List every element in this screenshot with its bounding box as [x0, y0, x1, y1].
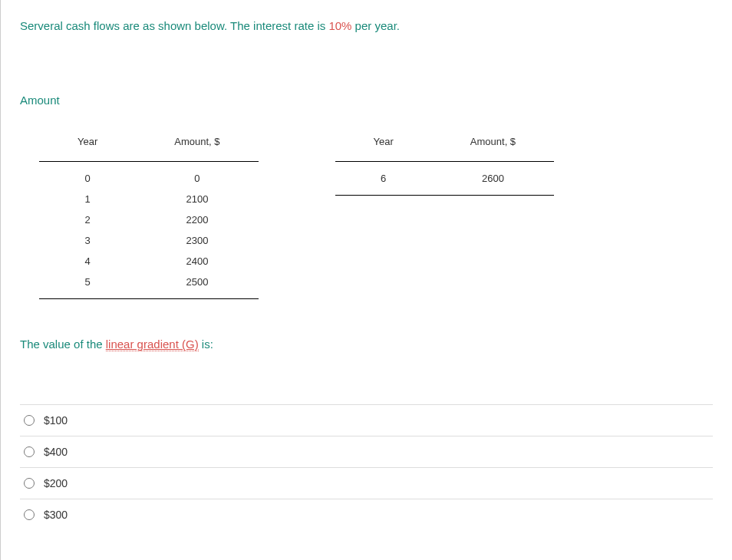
table-cell-amount: 2400 — [136, 251, 258, 272]
answer-label: $400 — [44, 446, 68, 458]
table-row-spacer — [335, 237, 555, 258]
table-header-year: Year — [335, 130, 432, 162]
answer-options: $100 $400 $200 $300 — [20, 404, 713, 530]
table-header-amount: Amount, $ — [432, 130, 554, 162]
table-row: 4 2400 — [39, 251, 259, 272]
question-prefix: The value of the — [20, 338, 106, 351]
cashflow-table-left: Year Amount, $ 0 0 1 2100 2 2200 3 2300 — [39, 130, 259, 299]
table-row: 5 2500 — [39, 272, 259, 299]
table-header-year: Year — [39, 130, 136, 162]
table-cell-year: 0 — [39, 162, 136, 189]
table-cell-year: 4 — [39, 251, 136, 272]
answer-label: $100 — [44, 414, 68, 427]
section-label: Amount — [20, 94, 713, 107]
table-cell-amount: 2500 — [136, 272, 258, 299]
table-header-amount: Amount, $ — [136, 130, 258, 162]
intro-rate: 10% — [328, 19, 351, 32]
table-cell-year: 3 — [39, 230, 136, 251]
table-cell-year: 5 — [39, 272, 136, 299]
answer-radio[interactable] — [24, 446, 35, 457]
question-intro: Serveral cash flows are as shown below. … — [20, 19, 713, 32]
answer-radio[interactable] — [24, 509, 35, 520]
table-cell-year: 2 — [39, 209, 136, 230]
table-row-spacer — [335, 258, 555, 278]
answer-option[interactable]: $100 — [20, 405, 713, 436]
answer-option[interactable]: $200 — [20, 468, 713, 499]
answer-option[interactable]: $300 — [20, 499, 713, 530]
answer-option[interactable]: $400 — [20, 436, 713, 468]
answer-radio[interactable] — [24, 478, 35, 489]
table-row-spacer — [335, 278, 555, 299]
linear-gradient-link[interactable]: linear gradient (G) — [106, 338, 199, 351]
table-cell-amount: 2100 — [136, 189, 258, 209]
table-cell-amount: 2300 — [136, 230, 258, 251]
table-row: 6 2600 — [335, 162, 555, 196]
question-suffix: is: — [199, 338, 213, 351]
table-cell-year: 1 — [39, 189, 136, 209]
table-row: 1 2100 — [39, 189, 259, 209]
question-text: The value of the linear gradient (G) is: — [20, 338, 713, 351]
intro-suffix: per year. — [351, 19, 400, 32]
answer-label: $300 — [44, 509, 68, 521]
table-row: 0 0 — [39, 162, 259, 189]
intro-prefix: Serveral cash flows are as shown below. … — [20, 19, 328, 32]
table-row: 2 2200 — [39, 209, 259, 230]
table-row-spacer — [335, 216, 555, 237]
tables-wrapper: Year Amount, $ 0 0 1 2100 2 2200 3 2300 — [39, 130, 713, 299]
answer-label: $200 — [44, 477, 68, 489]
answer-radio[interactable] — [24, 415, 35, 426]
table-cell-amount: 0 — [136, 162, 258, 189]
table-cell-year: 6 — [335, 162, 432, 196]
table-cell-amount: 2600 — [432, 162, 554, 196]
table-cell-amount: 2200 — [136, 209, 258, 230]
cashflow-table-right: Year Amount, $ 6 2600 — [335, 130, 555, 299]
table-row-spacer — [335, 196, 555, 217]
table-row: 3 2300 — [39, 230, 259, 251]
